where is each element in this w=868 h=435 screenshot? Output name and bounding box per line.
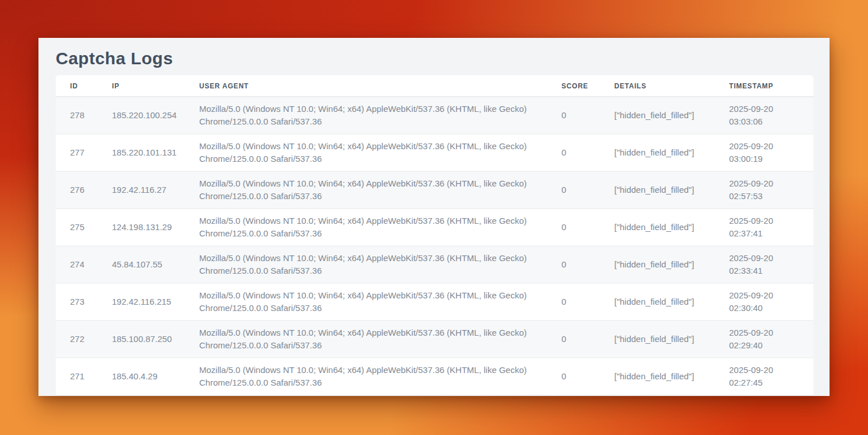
cell-timestamp: 2025-09-20 03:03:06 bbox=[715, 97, 813, 134]
cell-details: ["hidden_field_filled"] bbox=[600, 172, 715, 209]
table-row: 278185.220.100.254Mozilla/5.0 (Windows N… bbox=[56, 97, 813, 134]
cell-id: 275 bbox=[56, 209, 98, 246]
cell-id: 276 bbox=[56, 172, 98, 209]
cell-details: ["hidden_field_filled"] bbox=[600, 209, 715, 246]
cell-score: 0 bbox=[547, 358, 600, 395]
cell-id: 277 bbox=[56, 134, 98, 172]
cell-details: ["hidden_field_filled"] bbox=[600, 283, 715, 321]
column-header-details: DETAILS bbox=[600, 75, 715, 97]
cell-timestamp: 2025-09-20 02:33:41 bbox=[715, 246, 813, 283]
cell-score: 0 bbox=[547, 172, 600, 209]
cell-details: ["hidden_field_filled"] bbox=[600, 246, 715, 283]
cell-ip: 185.220.100.254 bbox=[98, 97, 185, 134]
table-row: 271185.40.4.29Mozilla/5.0 (Windows NT 10… bbox=[56, 358, 813, 395]
cell-timestamp: 2025-09-20 02:29:40 bbox=[715, 321, 813, 358]
table-row: 276192.42.116.27Mozilla/5.0 (Windows NT … bbox=[56, 172, 813, 209]
cell-ip: 45.84.107.55 bbox=[98, 246, 185, 283]
table-body: 278185.220.100.254Mozilla/5.0 (Windows N… bbox=[56, 97, 813, 395]
table-header-row: IDIPUSER AGENTSCOREDETAILSTIMESTAMP bbox=[56, 75, 813, 97]
cell-score: 0 bbox=[547, 283, 600, 321]
page-background: Captcha Logs IDIPUSER AGENTSCOREDETAILST… bbox=[0, 0, 868, 435]
cell-details: ["hidden_field_filled"] bbox=[600, 358, 715, 395]
column-header-id: ID bbox=[56, 75, 98, 97]
cell-details: ["hidden_field_filled"] bbox=[600, 134, 715, 172]
logs-table: IDIPUSER AGENTSCOREDETAILSTIMESTAMP 2781… bbox=[56, 75, 813, 395]
captcha-logs-card: Captcha Logs IDIPUSER AGENTSCOREDETAILST… bbox=[38, 38, 830, 396]
cell-ip: 192.42.116.27 bbox=[98, 172, 185, 209]
cell-details: ["hidden_field_filled"] bbox=[600, 97, 715, 134]
cell-id: 271 bbox=[56, 358, 98, 395]
cell-details: ["hidden_field_filled"] bbox=[600, 321, 715, 358]
cell-score: 0 bbox=[547, 209, 600, 246]
cell-timestamp: 2025-09-20 03:00:19 bbox=[715, 134, 813, 172]
table-row: 277185.220.101.131Mozilla/5.0 (Windows N… bbox=[56, 134, 813, 172]
cell-score: 0 bbox=[547, 97, 600, 134]
cell-user_agent: Mozilla/5.0 (Windows NT 10.0; Win64; x64… bbox=[185, 321, 547, 358]
cell-timestamp: 2025-09-20 02:27:45 bbox=[715, 358, 813, 395]
cell-score: 0 bbox=[547, 321, 600, 358]
cell-user_agent: Mozilla/5.0 (Windows NT 10.0; Win64; x64… bbox=[185, 97, 547, 134]
cell-id: 274 bbox=[56, 246, 98, 283]
cell-user_agent: Mozilla/5.0 (Windows NT 10.0; Win64; x64… bbox=[185, 358, 547, 395]
cell-user_agent: Mozilla/5.0 (Windows NT 10.0; Win64; x64… bbox=[185, 283, 547, 321]
table-row: 275124.198.131.29Mozilla/5.0 (Windows NT… bbox=[56, 209, 813, 246]
cell-id: 278 bbox=[56, 97, 98, 134]
cell-score: 0 bbox=[547, 246, 600, 283]
cell-score: 0 bbox=[547, 134, 600, 172]
cell-timestamp: 2025-09-20 02:37:41 bbox=[715, 209, 813, 246]
cell-user_agent: Mozilla/5.0 (Windows NT 10.0; Win64; x64… bbox=[185, 209, 547, 246]
cell-timestamp: 2025-09-20 02:30:40 bbox=[715, 283, 813, 321]
table-row: 273192.42.116.215Mozilla/5.0 (Windows NT… bbox=[56, 283, 813, 321]
cell-user_agent: Mozilla/5.0 (Windows NT 10.0; Win64; x64… bbox=[185, 134, 547, 172]
cell-ip: 185.100.87.250 bbox=[98, 321, 185, 358]
cell-timestamp: 2025-09-20 02:57:53 bbox=[715, 172, 813, 209]
cell-ip: 185.220.101.131 bbox=[98, 134, 185, 172]
cell-ip: 124.198.131.29 bbox=[98, 209, 185, 246]
column-header-user_agent: USER AGENT bbox=[185, 75, 547, 97]
column-header-ip: IP bbox=[98, 75, 185, 97]
cell-id: 272 bbox=[56, 321, 98, 358]
table-row: 272185.100.87.250Mozilla/5.0 (Windows NT… bbox=[56, 321, 813, 358]
column-header-score: SCORE bbox=[547, 75, 600, 97]
table-row: 27445.84.107.55Mozilla/5.0 (Windows NT 1… bbox=[56, 246, 813, 283]
page-title: Captcha Logs bbox=[56, 48, 813, 69]
cell-user_agent: Mozilla/5.0 (Windows NT 10.0; Win64; x64… bbox=[185, 172, 547, 209]
cell-ip: 192.42.116.215 bbox=[98, 283, 185, 321]
cell-ip: 185.40.4.29 bbox=[98, 358, 185, 395]
cell-user_agent: Mozilla/5.0 (Windows NT 10.0; Win64; x64… bbox=[185, 246, 547, 283]
cell-id: 273 bbox=[56, 283, 98, 321]
column-header-timestamp: TIMESTAMP bbox=[715, 75, 813, 97]
logs-table-container: IDIPUSER AGENTSCOREDETAILSTIMESTAMP 2781… bbox=[56, 75, 813, 395]
